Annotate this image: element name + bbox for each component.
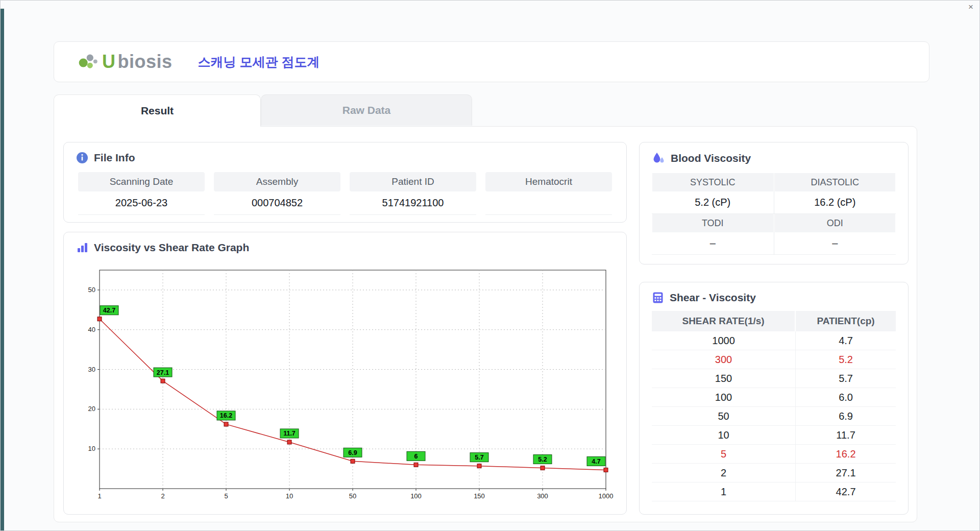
diastolic-value: 16.2 (cP) <box>774 191 896 214</box>
water-drop-icon <box>652 152 665 165</box>
chart-area: 10203040501251050100150300100042.727.116… <box>76 260 614 509</box>
assembly-label: Assembly <box>214 172 340 191</box>
tab-raw-data[interactable]: Raw Data <box>261 94 472 126</box>
patient-cell: 5.2 <box>796 350 896 369</box>
systolic-value: 5.2 (cP) <box>652 191 774 214</box>
shear-cell: 100 <box>652 388 796 407</box>
svg-text:10: 10 <box>88 445 95 452</box>
blood-viscosity-title: Blood Viscosity <box>671 152 751 164</box>
table-header-row: SHEAR RATE(1/s) PATIENT(cp) <box>652 311 896 331</box>
svg-text:1: 1 <box>97 492 101 500</box>
svg-text:1000: 1000 <box>599 492 614 500</box>
svg-text:100: 100 <box>410 492 422 500</box>
file-info-title: File Info <box>94 152 135 164</box>
diastolic-label: DIASTOLIC <box>775 173 896 191</box>
table-row: 227.1 <box>652 464 896 482</box>
patient-cell: 4.7 <box>796 331 896 350</box>
column-shear-rate: SHEAR RATE(1/s) <box>652 311 796 331</box>
hematocrit-label: Hematocrit <box>485 172 612 191</box>
patient-id-value: 51741921100 <box>350 191 476 215</box>
file-info-card: File Info Scanning Date 2025-06-23 Assem… <box>63 142 627 223</box>
svg-text:11.7: 11.7 <box>283 430 296 437</box>
file-info-fields: Scanning Date 2025-06-23 Assembly 000704… <box>76 172 614 215</box>
shear-cell: 2 <box>652 464 796 482</box>
table-row: 142.7 <box>652 482 896 501</box>
svg-text:40: 40 <box>88 326 95 333</box>
shear-viscosity-card: Shear - Viscosity SHEAR RATE(1/s) PATIEN… <box>639 282 909 515</box>
calculator-icon <box>652 292 664 304</box>
bv-right-column: DIASTOLIC 16.2 (cP) ODI – <box>774 173 896 255</box>
table-row: 516.2 <box>652 445 896 464</box>
info-icon <box>76 152 88 164</box>
graph-title: Viscosity vs Shear Rate Graph <box>94 242 249 254</box>
shear-cell: 5 <box>652 445 796 464</box>
tab-result[interactable]: Result <box>54 94 261 127</box>
shear-cell: 150 <box>652 369 796 388</box>
bv-left-column: SYSTOLIC 5.2 (cP) TODI – <box>652 173 774 255</box>
app-header: Ubiosis 스캐닝 모세관 점도계 <box>54 41 929 82</box>
scanning-date-label: Scanning Date <box>78 172 205 191</box>
logo-text-u: U <box>102 51 116 73</box>
svg-text:2: 2 <box>161 492 164 500</box>
svg-text:150: 150 <box>474 492 485 500</box>
patient-cell: 6.0 <box>796 388 896 407</box>
svg-text:5: 5 <box>224 492 228 500</box>
table-row: 10004.7 <box>652 331 896 350</box>
patient-cell: 6.9 <box>796 407 896 426</box>
app-title: 스캐닝 모세관 점도계 <box>198 54 320 70</box>
svg-text:10: 10 <box>286 492 293 500</box>
svg-text:4.7: 4.7 <box>592 458 600 465</box>
shear-viscosity-title: Shear - Viscosity <box>670 292 756 304</box>
svg-text:42.7: 42.7 <box>103 307 115 314</box>
shear-cell: 1000 <box>652 331 796 350</box>
svg-text:20: 20 <box>88 405 95 413</box>
svg-text:300: 300 <box>537 492 548 500</box>
field-assembly: Assembly 000704852 <box>214 172 340 215</box>
patient-cell: 5.7 <box>796 369 896 388</box>
svg-text:5.7: 5.7 <box>475 454 483 461</box>
table-row: 1505.7 <box>652 369 896 388</box>
blood-viscosity-grid: SYSTOLIC 5.2 (cP) TODI – DIASTOLIC 16.2 … <box>652 173 896 255</box>
column-patient: PATIENT(cp) <box>796 311 896 331</box>
viscosity-chart: 10203040501251050100150300100042.727.116… <box>76 260 615 507</box>
systolic-label: SYSTOLIC <box>652 173 773 191</box>
table-row: 1006.0 <box>652 388 896 407</box>
patient-cell: 11.7 <box>796 426 896 445</box>
svg-text:6: 6 <box>414 453 418 460</box>
close-icon[interactable]: × <box>968 2 973 12</box>
shear-cell: 1 <box>652 482 796 501</box>
shear-cell: 10 <box>652 426 796 445</box>
logo-text-rest: biosis <box>118 51 173 73</box>
window-left-edge <box>1 9 4 530</box>
blood-viscosity-card: Blood Viscosity SYSTOLIC 5.2 (cP) TODI –… <box>639 142 909 264</box>
svg-text:50: 50 <box>88 286 95 294</box>
patient-id-label: Patient ID <box>350 172 476 191</box>
shear-cell: 50 <box>652 407 796 426</box>
odi-label: ODI <box>775 214 896 232</box>
table-row: 506.9 <box>652 407 896 426</box>
hematocrit-value <box>485 191 612 215</box>
todi-value: – <box>652 232 774 255</box>
todi-label: TODI <box>652 214 773 232</box>
odi-value: – <box>774 232 896 255</box>
shear-viscosity-table: SHEAR RATE(1/s) PATIENT(cp) 10004.7 3005… <box>652 311 896 501</box>
svg-text:6.9: 6.9 <box>348 449 357 456</box>
svg-text:5.2: 5.2 <box>538 456 547 463</box>
svg-text:50: 50 <box>349 492 356 500</box>
shear-cell: 300 <box>652 350 796 369</box>
table-row: 3005.2 <box>652 350 896 369</box>
content-panel: File Info Scanning Date 2025-06-23 Assem… <box>54 126 917 522</box>
bar-chart-icon <box>76 242 88 254</box>
patient-cell: 27.1 <box>796 464 896 482</box>
assembly-value: 000704852 <box>214 191 340 215</box>
svg-text:30: 30 <box>88 366 95 373</box>
scanning-date-value: 2025-06-23 <box>78 191 205 215</box>
field-hematocrit: Hematocrit <box>485 172 612 215</box>
field-scanning-date: Scanning Date 2025-06-23 <box>78 172 205 215</box>
field-patient-id: Patient ID 51741921100 <box>350 172 476 215</box>
ubiosis-logo: Ubiosis <box>79 51 173 73</box>
leaf-dots-icon <box>79 53 100 71</box>
svg-text:16.2: 16.2 <box>220 412 232 419</box>
svg-text:27.1: 27.1 <box>157 369 169 376</box>
table-row: 1011.7 <box>652 426 896 445</box>
